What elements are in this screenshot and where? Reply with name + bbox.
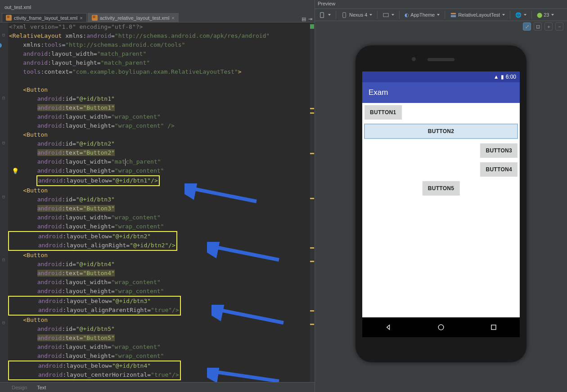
device-screen[interactable]: ▲ ▮ 6:00 Exam BUTTON1 BUTTON2 BUTTON3 BU… [362, 71, 520, 337]
nav-recent-icon[interactable] [489, 323, 498, 332]
tab-truncated: out_test.xml [2, 3, 34, 11]
fold-icon[interactable]: ⊟ [1, 33, 6, 38]
preview-toolbar: Nexus 4 ◐AppTheme RelativeLayoutTest 🌐 ⬤… [315, 9, 567, 21]
close-icon[interactable]: × [80, 15, 82, 21]
tab-design[interactable]: Design [9, 383, 30, 392]
button5[interactable]: BUTTON5 [423, 181, 460, 196]
theme-dropdown[interactable]: ◐AppTheme [403, 12, 441, 18]
preview-pane: Preview Nexus 4 ◐AppTheme RelativeLayout… [315, 0, 567, 392]
tab-text[interactable]: Text [34, 383, 49, 392]
svg-rect-4 [320, 12, 324, 17]
zoom-controls: ⤢ ⊡ ＋ － [315, 21, 567, 32]
svg-rect-5 [343, 12, 346, 17]
editor-pane: out_test.xml ctivity_frame_layout_test.x… [0, 0, 315, 392]
device-frame: ▲ ▮ 6:00 Exam BUTTON1 BUTTON2 BUTTON3 BU… [356, 45, 526, 362]
zoom-out-button[interactable]: － [555, 22, 563, 31]
tab-label: ctivity_frame_layout_test.xml [14, 15, 77, 21]
nav-home-icon[interactable] [436, 323, 446, 332]
phone-sensor [412, 57, 416, 61]
button1[interactable]: BUTTON1 [364, 105, 402, 120]
code-editor[interactable]: ⊟ ⊟ ⊟ ⊟ ⊟ ⊟ 💡 <?xml version="1.0" encodi… [0, 22, 315, 382]
xml-file-icon [6, 15, 12, 21]
zoom-actual-button[interactable]: ⊡ [534, 22, 542, 31]
zoom-in-button[interactable]: ＋ [544, 22, 553, 31]
button4[interactable]: BUTTON4 [480, 162, 518, 177]
svg-rect-8 [451, 15, 456, 17]
preview-title: Preview [315, 0, 567, 9]
nav-back-icon[interactable] [384, 323, 393, 332]
svg-rect-7 [451, 13, 456, 14]
battery-icon: ▮ [501, 74, 504, 80]
code-content[interactable]: <?xml version="1.0" encoding="utf-8"?> <… [9, 22, 270, 382]
clock-text: 6:00 [506, 74, 516, 80]
app-content: BUTTON1 BUTTON2 BUTTON3 BUTTON4 BUTTON5 [362, 103, 520, 317]
tab-label: activity_relative_layout_test.xml [100, 15, 170, 21]
tab-frame-layout[interactable]: ctivity_frame_layout_test.xml × [2, 13, 87, 22]
orientation-dropdown[interactable] [318, 11, 332, 19]
app-bar: Exam [362, 82, 520, 103]
button2[interactable]: BUTTON2 [364, 124, 518, 139]
svg-rect-10 [491, 325, 496, 330]
xml-file-icon [92, 15, 98, 21]
nav-bar [362, 317, 520, 337]
tab-overflow-icon[interactable]: ▤ ⇥ [302, 16, 313, 22]
device-stage: ▲ ▮ 6:00 Exam BUTTON1 BUTTON2 BUTTON3 BU… [315, 32, 567, 392]
fold-icon[interactable]: ⊟ [1, 96, 6, 101]
fold-icon[interactable]: ⊟ [1, 321, 6, 325]
tab-relative-layout[interactable]: activity_relative_layout_test.xml × [88, 13, 179, 22]
status-bar: ▲ ▮ 6:00 [362, 71, 520, 82]
globe-icon: 🌐 [515, 12, 522, 18]
button3[interactable]: BUTTON3 [480, 143, 518, 158]
close-icon[interactable]: × [171, 15, 174, 21]
android-icon: ⬤ [537, 12, 542, 18]
locale-dropdown[interactable]: 🌐 [514, 12, 528, 18]
fold-icon[interactable]: ⊟ [1, 258, 6, 263]
fold-icon[interactable]: ⊟ [1, 141, 6, 146]
marker-bar[interactable] [310, 22, 314, 382]
fold-icon[interactable]: ⊟ [1, 195, 6, 200]
configuration-dropdown[interactable] [381, 11, 396, 19]
analysis-ok-icon [310, 24, 314, 29]
theme-label: AppTheme [410, 12, 435, 18]
api-dropdown[interactable]: ⬤23 [536, 12, 555, 18]
svg-point-9 [438, 325, 444, 330]
api-label: 23 [544, 12, 549, 18]
activity-label: RelativeLayoutTest [458, 12, 500, 18]
editor-tab-strip: out_test.xml [0, 0, 315, 11]
gutter: ⊟ ⊟ ⊟ ⊟ ⊟ ⊟ [0, 22, 8, 382]
app-title: Exam [369, 88, 388, 97]
phone-earpiece [428, 58, 454, 61]
device-label: Nexus 4 [349, 12, 367, 18]
device-dropdown[interactable]: Nexus 4 [340, 11, 374, 19]
wifi-icon: ▲ [494, 74, 499, 80]
theme-icon: ◐ [405, 12, 409, 18]
editor-mode-tabs: Design Text [0, 382, 315, 392]
zoom-fit-button[interactable]: ⤢ [523, 22, 531, 31]
activity-dropdown[interactable]: RelativeLayoutTest [449, 11, 506, 19]
svg-rect-6 [383, 13, 388, 17]
